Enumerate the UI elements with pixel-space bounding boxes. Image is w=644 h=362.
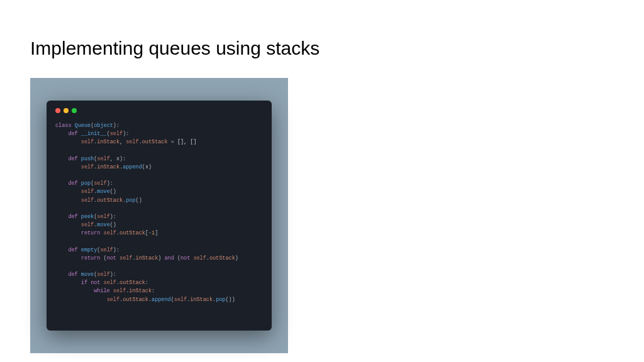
code-panel: class Queue(object): def __init__(self):… xyxy=(30,78,288,353)
slide-title: Implementing queues using stacks xyxy=(30,38,614,59)
code-editor: class Queue(object): def __init__(self):… xyxy=(47,101,272,331)
window-controls xyxy=(55,108,263,113)
minimize-icon xyxy=(64,108,69,113)
code-block: class Queue(object): def __init__(self):… xyxy=(55,122,263,304)
slide: Implementing queues using stacks class Q… xyxy=(0,0,644,362)
close-icon xyxy=(55,108,60,113)
zoom-icon xyxy=(72,108,77,113)
